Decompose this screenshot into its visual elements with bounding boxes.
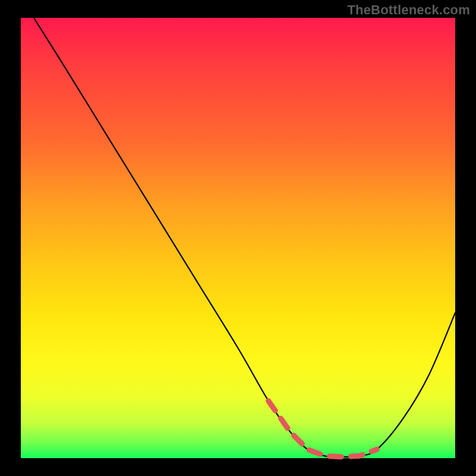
watermark-text: TheBottleneck.com — [347, 2, 470, 18]
curve-layer — [21, 18, 455, 458]
plot-area — [21, 18, 455, 458]
chart-frame: TheBottleneck.com — [0, 0, 476, 476]
highlight-segment — [268, 401, 377, 457]
bottleneck-curve — [34, 18, 455, 457]
